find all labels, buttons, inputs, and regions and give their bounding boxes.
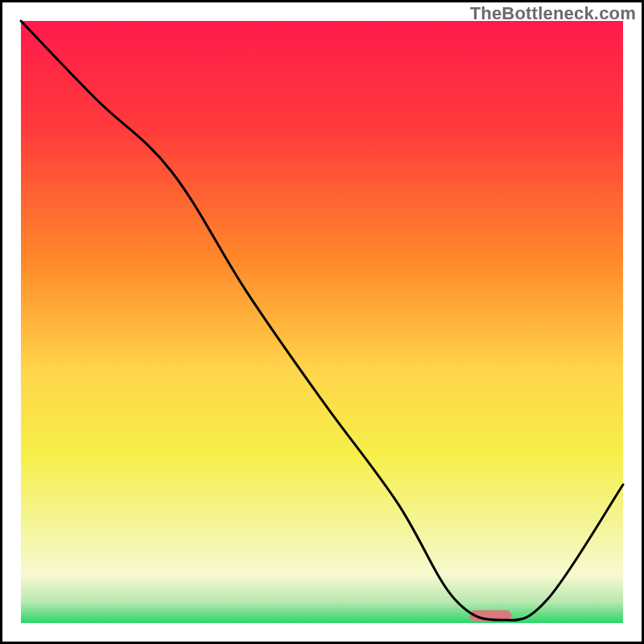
chart-root: TheBottleneck.com (0, 0, 644, 644)
watermark-label: TheBottleneck.com (470, 3, 636, 24)
gradient-background (21, 21, 623, 623)
bottleneck-chart (0, 0, 644, 644)
